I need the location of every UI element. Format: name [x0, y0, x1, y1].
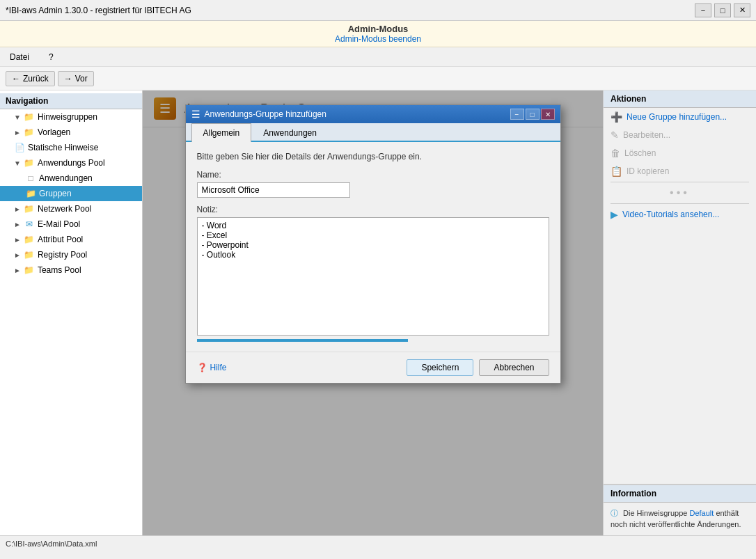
modal-body: Bitte geben Sie hier die Details der Anw…: [186, 142, 560, 352]
sidebar-item-anwendungen[interactable]: □ Anwendungen: [0, 171, 142, 186]
form-description: Bitte geben Sie hier die Details der Anw…: [197, 152, 549, 162]
main-layout: Navigation ▼ 📁 Hinweisgruppen ► 📁 Vorlag…: [0, 90, 756, 535]
help-link[interactable]: ❓ Hilfe: [197, 363, 227, 372]
doc-icon: 📄: [14, 142, 25, 153]
sidebar-header: Navigation: [0, 93, 142, 109]
back-button[interactable]: ← Zurück: [6, 71, 55, 86]
sidebar-item-label: Netzwerk Pool: [38, 204, 91, 214]
minimize-button[interactable]: −: [695, 3, 711, 17]
action-neue-gruppe[interactable]: ➕ Neue Gruppe hinzufügen...: [604, 108, 756, 126]
action-divider2: [611, 203, 749, 204]
admin-mode-disable-link[interactable]: Admin-Modus beenden: [335, 34, 421, 44]
sidebar-item-label: Hinweisgruppen: [38, 112, 97, 122]
sidebar-item-hinweisgruppen[interactable]: ▼ 📁 Hinweisgruppen: [0, 109, 142, 125]
info-section: Information ⓘ Die Hinweisgruppe Default …: [604, 484, 756, 535]
menu-bar: Datei ?: [0, 47, 756, 67]
info-icon: ⓘ: [611, 509, 618, 517]
modal-overlay: ☰ Anwendungs-Gruppe hinzufügen − □ ✕ All…: [143, 90, 603, 535]
progress-bar: [197, 339, 409, 342]
video-tutorials-link[interactable]: Video-Tutorials ansehen...: [622, 210, 719, 219]
info-link[interactable]: Default: [689, 509, 714, 517]
tab-anwendungen[interactable]: Anwendungen: [251, 123, 329, 142]
window-controls: − □ ✕: [695, 3, 750, 17]
sidebar-item-netzwerk-pool[interactable]: ► 📁 Netzwerk Pool: [0, 201, 142, 216]
toolbar: ← Zurück → Vor: [0, 67, 756, 90]
folder-icon: 📁: [24, 265, 35, 276]
close-button[interactable]: ✕: [734, 3, 750, 17]
actions-header: Aktionen: [604, 90, 756, 108]
right-panel: Aktionen ➕ Neue Gruppe hinzufügen... ✎ B…: [603, 90, 756, 535]
expand-icon: ►: [14, 129, 21, 136]
sidebar-item-email-pool[interactable]: ► ✉ E-Mail Pool: [0, 216, 142, 232]
expand-icon: ►: [14, 221, 21, 228]
modal-tabs: Allgemein Anwendungen: [186, 123, 560, 142]
content-area: ☰ Anwendungs Pool - Gruppen ☰ Anwendungs…: [143, 90, 603, 535]
modal-close-button[interactable]: ✕: [541, 109, 555, 120]
tab-allgemein[interactable]: Allgemein: [191, 123, 252, 142]
id-kopieren-label: ID kopieren: [627, 166, 669, 176]
sidebar-item-attribut-pool[interactable]: ► 📁 Attribut Pool: [0, 232, 142, 247]
save-button[interactable]: Speichern: [407, 359, 473, 376]
sidebar-item-teams-pool[interactable]: ► 📁 Teams Pool: [0, 262, 142, 278]
modal-title-text: Anwendungs-Gruppe hinzufügen: [205, 109, 326, 119]
menu-datei[interactable]: Datei: [6, 51, 33, 63]
help-label: Hilfe: [210, 363, 227, 372]
modal-icon: ☰: [191, 109, 200, 120]
expand-icon: ▼: [14, 113, 21, 121]
back-arrow-icon: ←: [12, 74, 20, 84]
back-label: Zurück: [23, 74, 49, 84]
forward-button[interactable]: → Vor: [58, 71, 94, 86]
sidebar-item-label: Gruppen: [39, 189, 72, 198]
modal-minimize-button[interactable]: −: [510, 109, 524, 120]
folder-icon: 📁: [25, 188, 36, 199]
help-icon: ❓: [197, 363, 207, 372]
folder-icon: 📁: [24, 127, 35, 138]
action-divider: [611, 182, 749, 182]
edit-icon: ✎: [611, 129, 619, 141]
forward-label: Vor: [75, 74, 88, 84]
modal-maximize-button[interactable]: □: [526, 109, 540, 120]
forward-arrow-icon: →: [64, 74, 72, 84]
expand-icon: ▼: [14, 159, 21, 167]
neue-gruppe-link[interactable]: Neue Gruppe hinzufügen...: [627, 112, 727, 122]
name-label: Name:: [197, 170, 549, 180]
sidebar-item-label: Teams Pool: [38, 265, 81, 275]
folder-icon: 📁: [24, 203, 35, 214]
sidebar-item-registry-pool[interactable]: ► 📁 Registry Pool: [0, 247, 142, 262]
sidebar-item-label: Anwendungs Pool: [38, 158, 105, 168]
expand-icon: ►: [14, 251, 21, 259]
sidebar: Navigation ▼ 📁 Hinweisgruppen ► 📁 Vorlag…: [0, 90, 143, 535]
info-header: Information: [604, 485, 756, 503]
sidebar-item-anwendungs-pool[interactable]: ▼ 📁 Anwendungs Pool: [0, 155, 142, 171]
add-icon: ➕: [611, 111, 622, 123]
loeschen-label: Löschen: [624, 148, 656, 158]
action-bearbeiten: ✎ Bearbeiten...: [604, 126, 756, 144]
action-loeschen: 🗑 Löschen: [604, 144, 756, 162]
cancel-button[interactable]: Abbrechen: [479, 359, 549, 376]
folder-icon: 📁: [24, 111, 35, 123]
sidebar-item-gruppen[interactable]: 📁 Gruppen: [0, 186, 142, 201]
modal-title-left: ☰ Anwendungs-Gruppe hinzufügen: [191, 109, 326, 120]
maximize-button[interactable]: □: [714, 3, 731, 17]
sidebar-item-vorlagen[interactable]: ► 📁 Vorlagen: [0, 125, 142, 140]
folder-icon: 📁: [24, 157, 35, 168]
copy-icon: 📋: [611, 166, 622, 177]
action-id-kopieren: 📋 ID kopieren: [604, 162, 756, 180]
name-input[interactable]: [197, 182, 350, 198]
notes-textarea[interactable]: - Word - Excel - Powerpoint - Outlook: [197, 217, 549, 336]
modal-dialog: ☰ Anwendungs-Gruppe hinzufügen − □ ✕ All…: [185, 104, 561, 384]
folder-icon: 📁: [24, 249, 35, 260]
sidebar-item-statische-hinweise[interactable]: 📄 Statische Hinweise: [0, 140, 142, 155]
actions-section: Aktionen ➕ Neue Gruppe hinzufügen... ✎ B…: [604, 90, 756, 223]
notes-label: Notiz:: [197, 205, 549, 214]
admin-banner: Admin-Modus Admin-Modus beenden: [0, 21, 756, 47]
action-video-tutorials[interactable]: ▶ Video-Tutorials ansehen...: [604, 205, 756, 223]
admin-mode-title: Admin-Modus: [0, 24, 756, 34]
dots-separator: •••: [604, 184, 756, 202]
delete-icon: 🗑: [611, 148, 620, 159]
sidebar-item-label: Statische Hinweise: [28, 143, 98, 152]
menu-help[interactable]: ?: [45, 51, 58, 63]
window-title: *IBI-aws Admin 1.30.0 - registriert für …: [6, 6, 191, 15]
modal-titlebar: ☰ Anwendungs-Gruppe hinzufügen − □ ✕: [186, 105, 560, 123]
modal-controls: − □ ✕: [510, 109, 555, 120]
